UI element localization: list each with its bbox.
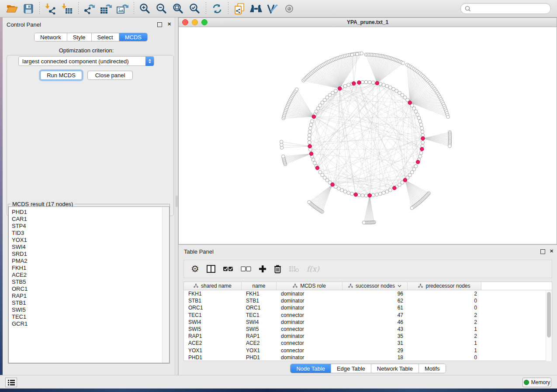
mcds-result-item[interactable]: ACE2 <box>12 272 169 279</box>
network-graph[interactable] <box>179 27 557 242</box>
mcds-result-item[interactable]: TID3 <box>12 230 169 237</box>
table-row[interactable]: RAP1RAP1dominator352 <box>184 333 546 340</box>
import-table-icon[interactable] <box>59 1 76 16</box>
close-panel-icon[interactable]: ✕ <box>549 249 554 254</box>
table-cell[interactable]: 0 <box>408 354 481 361</box>
scrollbar-thumb[interactable] <box>547 292 551 337</box>
tab-network-table[interactable]: Network Table <box>371 364 419 373</box>
zoom-selected-icon[interactable] <box>187 1 203 16</box>
mcds-result-item[interactable]: PMA2 <box>12 258 169 265</box>
mcds-result-item[interactable]: SWI5 <box>12 306 169 313</box>
table-cell[interactable]: SWI5 <box>184 326 242 332</box>
column-header-shared-name[interactable]: shared name <box>184 282 242 290</box>
table-cell[interactable]: connector <box>277 347 343 354</box>
mcds-result-item[interactable]: STB5 <box>12 279 169 285</box>
table-cell[interactable]: dominator <box>277 333 343 339</box>
export-image-icon[interactable] <box>114 1 131 16</box>
zoom-fit-icon[interactable] <box>170 1 187 16</box>
tab-node-table[interactable]: Node Table <box>291 364 331 373</box>
table-cell[interactable]: 46 <box>343 319 408 325</box>
close-panel-icon[interactable]: ✕ <box>167 22 172 27</box>
table-cell[interactable]: 2 <box>408 291 481 297</box>
mcds-result-item[interactable]: TEC1 <box>12 313 169 320</box>
table-cell[interactable]: YOX1 <box>242 347 277 354</box>
table-row[interactable]: PHD1PHD1dominator180 <box>184 354 546 361</box>
table-cell[interactable]: STB1 <box>242 298 277 304</box>
table-cell[interactable]: 61 <box>343 305 408 311</box>
delete-column-icon[interactable] <box>274 265 281 273</box>
mcds-result-item[interactable]: RAP1 <box>12 292 169 299</box>
table-cell[interactable]: 62 <box>343 298 408 304</box>
table-cell[interactable]: 1 <box>408 326 481 332</box>
table-cell[interactable]: ORC1 <box>242 305 277 311</box>
table-cell[interactable]: FKH1 <box>184 291 242 297</box>
mcds-result-item[interactable]: SRD1 <box>12 251 169 258</box>
table-cell[interactable]: connector <box>277 312 343 318</box>
table-cell[interactable]: 96 <box>343 291 408 297</box>
tab-motifs[interactable]: Motifs <box>419 364 446 373</box>
table-row[interactable]: ACE2ACE2connector311 <box>184 340 546 347</box>
tab-network[interactable]: Network <box>35 33 67 41</box>
table-cell[interactable]: 2 <box>408 333 481 339</box>
table-cell[interactable]: 35 <box>343 333 408 339</box>
column-header-name[interactable]: name <box>242 282 277 290</box>
show-columns-icon[interactable] <box>207 265 215 273</box>
deselect-all-rows-icon[interactable] <box>241 265 251 273</box>
table-cell[interactable]: TEC1 <box>184 312 242 318</box>
table-cell[interactable]: RAP1 <box>242 333 277 339</box>
table-row[interactable]: ORC1ORC1dominator610 <box>184 304 546 311</box>
mcds-result-item[interactable]: GCR1 <box>12 320 169 327</box>
table-cell[interactable]: connector <box>277 326 343 332</box>
zoom-in-icon[interactable] <box>137 1 153 16</box>
export-network-icon[interactable] <box>81 1 98 16</box>
table-cell[interactable]: SWI5 <box>242 326 277 332</box>
open-file-icon[interactable] <box>3 1 20 16</box>
mcds-result-item[interactable]: PHD1 <box>12 209 169 216</box>
table-cell[interactable]: dominator <box>277 305 343 311</box>
table-cell[interactable]: 2 <box>408 312 481 318</box>
table-cell[interactable]: dominator <box>277 354 343 361</box>
table-row[interactable]: YOX1YOX1connector291 <box>184 347 546 354</box>
mcds-result-item[interactable]: STP4 <box>12 223 169 230</box>
search-box[interactable] <box>460 3 551 14</box>
mcds-result-item[interactable]: YOX1 <box>12 237 169 244</box>
float-panel-icon[interactable] <box>157 22 162 27</box>
splitter-grip[interactable] <box>176 196 178 207</box>
float-panel-icon[interactable] <box>540 249 545 254</box>
mcds-result-item[interactable]: SWI4 <box>12 244 169 251</box>
table-cell[interactable]: connector <box>277 340 343 346</box>
table-row[interactable]: FKH1FKH1dominator962 <box>184 290 546 297</box>
table-cell[interactable]: 47 <box>343 312 408 318</box>
table-row[interactable]: SWI5SWI5connector431 <box>184 326 546 333</box>
table-cell[interactable]: 0 <box>408 298 481 304</box>
table-cell[interactable]: ORC1 <box>184 305 242 311</box>
first-neighbors-icon[interactable] <box>248 1 264 16</box>
table-body[interactable]: FKH1FKH1dominator962STB1STB1dominator620… <box>184 290 546 361</box>
tab-mcds[interactable]: MCDS <box>119 33 147 41</box>
save-icon[interactable] <box>20 1 37 16</box>
export-table-icon[interactable] <box>98 1 114 16</box>
clone-network-icon[interactable] <box>231 1 248 16</box>
column-header-predecessor-nodes[interactable]: predecessor nodes <box>408 282 481 290</box>
table-cell[interactable]: FKH1 <box>242 291 277 297</box>
column-header-successor-nodes[interactable]: successor nodes <box>343 282 408 290</box>
mcds-result-item[interactable]: STB1 <box>12 299 169 306</box>
table-cell[interactable]: STB1 <box>184 298 242 304</box>
table-cell[interactable]: dominator <box>277 291 343 297</box>
table-cell[interactable]: PHD1 <box>184 354 242 361</box>
table-scrollbar[interactable] <box>546 290 552 361</box>
table-cell[interactable]: 43 <box>343 326 408 332</box>
table-row[interactable]: SWI4SWI4dominator462 <box>184 319 546 326</box>
run-mcds-button[interactable]: Run MCDS <box>40 71 82 80</box>
table-cell[interactable]: RAP1 <box>184 333 242 339</box>
import-network-icon[interactable] <box>42 1 59 16</box>
table-cell[interactable]: SWI4 <box>184 319 242 325</box>
gear-icon[interactable]: ⚙ <box>191 265 199 273</box>
table-cell[interactable]: 0 <box>408 305 481 311</box>
table-cell[interactable]: ACE2 <box>184 340 242 346</box>
table-cell[interactable]: 1 <box>408 340 481 346</box>
network-window-titlebar[interactable]: YPA_prune.txt_1 <box>179 18 557 27</box>
table-cell[interactable]: PHD1 <box>242 354 277 361</box>
create-column-icon[interactable] <box>259 265 266 273</box>
tab-edge-table[interactable]: Edge Table <box>331 364 371 373</box>
